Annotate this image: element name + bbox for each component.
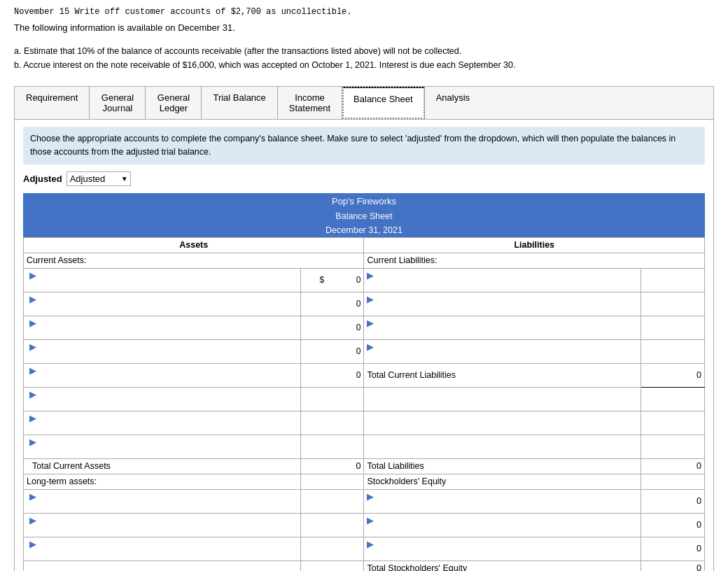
lt-row2-amount: [300, 513, 364, 537]
tab-general-ledger[interactable]: GeneralLedger: [146, 87, 202, 119]
eq-row2-label: ▶: [364, 513, 641, 537]
liab-row3-input[interactable]: [367, 328, 638, 338]
total-current-assets-label: Total Current Assets: [24, 458, 301, 474]
arrow-icon-r3: ▶: [367, 318, 375, 328]
tab-general-journal[interactable]: GeneralJournal: [90, 87, 146, 119]
arrow-icon-eq2: ▶: [367, 516, 375, 526]
table-row: ▶ $ ▶: [24, 268, 705, 292]
asset-row7-amount-cell: [300, 411, 364, 435]
eq-row2-input[interactable]: [367, 526, 638, 535]
tab-trial-balance[interactable]: Trial Balance: [202, 87, 277, 119]
total-current-assets-value: 0: [300, 458, 364, 474]
liab-row2-amount-input[interactable]: [644, 299, 701, 309]
asset-row2-input[interactable]: [29, 304, 298, 314]
instruction-box: Choose the appropriate accounts to compl…: [23, 127, 705, 164]
liab-row1-amount-input[interactable]: [644, 275, 701, 285]
liab-row3-amount-cell: [641, 316, 705, 339]
liab-row1-amount-cell: [641, 268, 705, 292]
dropdown-label: Adjusted: [23, 174, 62, 184]
asset-row4-input[interactable]: [29, 352, 298, 362]
asset-row3-amount-input[interactable]: [304, 323, 361, 332]
total-se-value: 0: [641, 561, 705, 571]
asset-row1-amount-input[interactable]: [327, 275, 361, 285]
lt-row3-input[interactable]: [29, 549, 298, 559]
adjusted-dropdown[interactable]: Adjusted Unadjusted: [66, 171, 131, 186]
liab-row2-input[interactable]: [367, 304, 638, 314]
tab-analysis[interactable]: Analysis: [425, 87, 481, 119]
section-labels-row: Current Assets: Current Liabilities:: [24, 253, 705, 268]
arrow-icon-6: ▶: [29, 390, 38, 400]
table-row: ▶: [24, 387, 705, 411]
asset-row5-input[interactable]: [29, 376, 298, 386]
arrow-icon-7: ▶: [29, 414, 38, 423]
eq-row3-label: ▶: [364, 537, 641, 561]
long-term-spacer: [300, 474, 364, 489]
liab-row3-amount-input[interactable]: [644, 323, 701, 332]
asset-row8-label-cell: ▶: [24, 435, 301, 458]
total-liabilities-label: Total Liabilities: [364, 458, 641, 474]
asset-row5-amount-input[interactable]: [304, 370, 361, 380]
asset-row4-amount-cell: [300, 339, 364, 363]
arrow-icon-4: ▶: [29, 342, 38, 352]
tab-requirement[interactable]: Requirement: [15, 87, 90, 119]
eq-row2-amount: 0: [641, 513, 705, 537]
eq-row3-input[interactable]: [367, 549, 638, 559]
asset-row3-label-cell: ▶: [24, 316, 301, 339]
asset-row7-label-cell: ▶: [24, 411, 301, 435]
table-row: ▶: [24, 411, 705, 435]
intro-line1: November 15 Write off customer accounts …: [14, 7, 714, 17]
liab-row1-label-cell: ▶: [364, 268, 641, 292]
lt-row3-label: ▶: [24, 537, 301, 561]
asset-row6-input[interactable]: [29, 400, 298, 409]
totals-row: Total Current Assets 0 Total Liabilities…: [24, 458, 705, 474]
asset-row1-input[interactable]: [29, 281, 298, 290]
lt-spacer-total: [24, 561, 301, 571]
liab-spacer2: [364, 411, 641, 435]
arrow-icon-3: ▶: [29, 318, 38, 328]
tab-income-statement[interactable]: IncomeStatement: [278, 87, 342, 119]
liab-row2-label-cell: ▶: [364, 292, 641, 316]
sheet-date-header: December 31, 2021: [23, 223, 705, 237]
long-term-assets-label: Long-term assets:: [24, 474, 301, 489]
asset-row2-amount-cell: [300, 292, 364, 316]
arrow-icon-2: ▶: [29, 295, 38, 304]
tab-balance-sheet[interactable]: Balance Sheet: [342, 87, 425, 119]
lt-row2-label: ▶: [24, 513, 301, 537]
table-row: ▶ ▶ 0: [24, 489, 705, 513]
column-headers-row: Assets Liabilities: [24, 237, 705, 253]
asset-row4-label-cell: ▶: [24, 339, 301, 363]
total-current-row: ▶ Total Current Liabilities 0: [24, 363, 705, 387]
liab-row4-amount-input[interactable]: [644, 346, 701, 356]
arrow-icon-r1: ▶: [367, 271, 375, 281]
current-liabilities-label: Current Liabilities:: [364, 253, 705, 268]
arrow-icon-lt2: ▶: [29, 516, 38, 526]
asset-row1-amount-cell: $: [300, 268, 364, 292]
asset-row2-amount-input[interactable]: [304, 299, 361, 309]
liab-spacer3-val: [641, 435, 705, 458]
balance-sheet-table-container: Pop's Fireworks Balance Sheet December 3…: [23, 193, 705, 572]
asset-row8-input[interactable]: [29, 447, 298, 457]
table-row: ▶ ▶ 0: [24, 537, 705, 561]
table-row: ▶ ▶: [24, 316, 705, 339]
asset-row4-amount-input[interactable]: [304, 346, 361, 356]
total-se-row: Total Stockholders' Equity 0: [24, 561, 705, 571]
arrow-icon-lt3: ▶: [29, 540, 38, 549]
eq-row1-input[interactable]: [367, 502, 638, 512]
adjusted-dropdown-wrapper: Adjusted Unadjusted: [66, 171, 131, 186]
asset-row7-input[interactable]: [29, 423, 298, 433]
lt-row2-input[interactable]: [29, 526, 298, 535]
lt-row1-input[interactable]: [29, 502, 298, 512]
liab-spacer3: [364, 435, 641, 458]
note-a: a. Estimate that 10% of the balance of a…: [14, 44, 714, 58]
arrow-icon-eq3: ▶: [367, 540, 375, 549]
asset-row3-input[interactable]: [29, 328, 298, 338]
table-row: ▶ ▶ 0: [24, 513, 705, 537]
total-liabilities-value: 0: [641, 458, 705, 474]
total-se-label: Total Stockholders' Equity: [364, 561, 641, 571]
liab-row4-amount-cell: [641, 339, 705, 363]
liab-row4-input[interactable]: [367, 352, 638, 362]
lt-row1-amount: [300, 489, 364, 513]
liab-row1-input[interactable]: [367, 281, 638, 290]
table-row: ▶: [24, 435, 705, 458]
asset-row2-label-cell: ▶: [24, 292, 301, 316]
